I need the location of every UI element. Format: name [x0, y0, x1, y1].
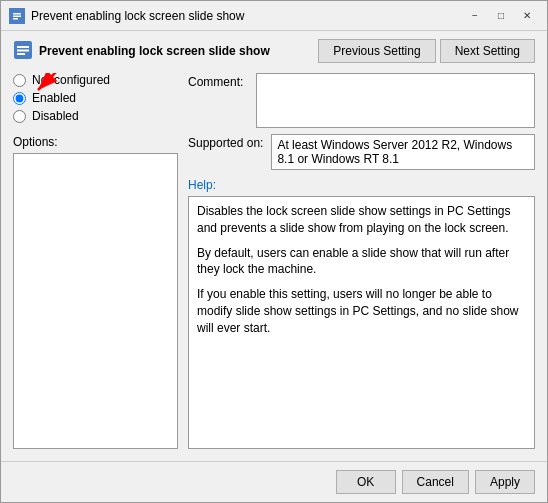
title-bar-controls: − □ ✕ [463, 6, 539, 26]
previous-setting-button[interactable]: Previous Setting [318, 39, 435, 63]
bottom-bar: OK Cancel Apply [1, 461, 547, 502]
minimize-button[interactable]: − [463, 6, 487, 26]
svg-rect-6 [17, 49, 29, 51]
not-configured-radio[interactable] [13, 74, 26, 87]
window-title: Prevent enabling lock screen slide show [31, 9, 244, 23]
cancel-button[interactable]: Cancel [402, 470, 469, 494]
title-bar: Prevent enabling lock screen slide show … [1, 1, 547, 31]
help-section: Help: Disables the lock screen slide sho… [188, 178, 535, 449]
svg-rect-7 [17, 53, 25, 55]
policy-icon [13, 40, 33, 63]
enabled-radio[interactable] [13, 92, 26, 105]
enabled-radio-item[interactable]: Enabled [13, 91, 178, 105]
disabled-radio[interactable] [13, 110, 26, 123]
not-configured-radio-item[interactable]: Not configured [13, 73, 178, 87]
left-panel: Not configured Enabled Disabled Options: [13, 73, 188, 449]
svg-rect-5 [17, 46, 29, 48]
help-paragraph-2: By default, users can enable a slide sho… [197, 245, 526, 279]
header-row: Prevent enabling lock screen slide show … [13, 39, 535, 63]
not-configured-label: Not configured [32, 73, 110, 87]
help-text-box: Disables the lock screen slide show sett… [188, 196, 535, 449]
help-paragraph-3: If you enable this setting, users will n… [197, 286, 526, 336]
enabled-label: Enabled [32, 91, 76, 105]
disabled-radio-item[interactable]: Disabled [13, 109, 178, 123]
comment-row: Comment: [188, 73, 535, 128]
next-setting-button[interactable]: Next Setting [440, 39, 535, 63]
supported-row: Supported on: At least Windows Server 20… [188, 134, 535, 170]
comment-label: Comment: [188, 73, 248, 89]
content-area: Prevent enabling lock screen slide show … [1, 31, 547, 457]
ok-button[interactable]: OK [336, 470, 396, 494]
top-buttons: Previous Setting Next Setting [318, 39, 535, 63]
comment-input[interactable] [256, 73, 535, 128]
main-area: Not configured Enabled Disabled Options: [13, 73, 535, 449]
help-label: Help: [188, 178, 535, 192]
options-label: Options: [13, 135, 178, 149]
options-box [13, 153, 178, 449]
svg-rect-1 [13, 13, 21, 15]
main-window: Prevent enabling lock screen slide show … [0, 0, 548, 503]
maximize-button[interactable]: □ [489, 6, 513, 26]
close-button[interactable]: ✕ [515, 6, 539, 26]
policy-title: Prevent enabling lock screen slide show [39, 44, 270, 58]
supported-label: Supported on: [188, 134, 263, 150]
right-panel: Comment: Supported on: At least Windows … [188, 73, 535, 449]
svg-rect-3 [13, 18, 18, 20]
window-icon [9, 8, 25, 24]
policy-header-left: Prevent enabling lock screen slide show [13, 40, 318, 63]
supported-value: At least Windows Server 2012 R2, Windows… [271, 134, 535, 170]
apply-button[interactable]: Apply [475, 470, 535, 494]
help-paragraph-1: Disables the lock screen slide show sett… [197, 203, 526, 237]
help-options-area: Help: Disables the lock screen slide sho… [188, 178, 535, 449]
svg-rect-2 [13, 15, 21, 17]
radio-group: Not configured Enabled Disabled [13, 73, 178, 123]
disabled-label: Disabled [32, 109, 79, 123]
title-bar-left: Prevent enabling lock screen slide show [9, 8, 244, 24]
